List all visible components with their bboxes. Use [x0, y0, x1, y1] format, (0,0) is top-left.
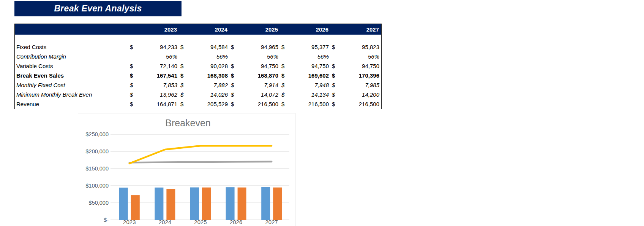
value-cell[interactable]: $164,871 — [129, 101, 179, 107]
header-year-2027[interactable]: 2027 — [331, 24, 381, 35]
header-year-2024[interactable]: 2024 — [179, 24, 230, 35]
value-cell[interactable]: $94,584 — [179, 44, 230, 50]
row-label[interactable]: Variable Costs — [15, 63, 129, 69]
cell-value: 95,823 — [362, 44, 379, 50]
currency-symbol: $ — [130, 44, 133, 50]
page-title: Break Even Analysis — [54, 3, 142, 14]
value-cell[interactable]: $90,028 — [179, 63, 230, 69]
value-cell[interactable]: $14,134 — [280, 91, 331, 98]
bar-fixed-costs-2024 — [155, 188, 163, 220]
value-cell[interactable]: $13,962 — [129, 91, 179, 98]
cell-value: 14,072 — [261, 91, 278, 98]
cell-value: 72,140 — [160, 63, 177, 69]
header-year-2026[interactable]: 2026 — [280, 24, 331, 35]
value-cell[interactable]: $7,985 — [331, 82, 381, 88]
row-label[interactable]: Break Even Sales — [15, 72, 129, 79]
row-label[interactable]: Revenue — [15, 101, 129, 107]
value-cell[interactable]: $94,750 — [230, 63, 280, 69]
value-cell[interactable]: $14,072 — [230, 91, 280, 98]
currency-symbol: $ — [332, 72, 335, 79]
value-cell[interactable]: $7,882 — [179, 82, 230, 88]
title-banner[interactable]: Break Even Analysis — [14, 1, 182, 16]
cell-value: 94,750 — [362, 63, 379, 69]
currency-symbol: $ — [130, 101, 133, 107]
header-empty-cell[interactable] — [15, 24, 129, 35]
line-break-even-sales — [129, 162, 271, 163]
cell-value: 216,500 — [308, 101, 329, 107]
value-cell[interactable]: $72,140 — [129, 63, 179, 69]
row-label[interactable]: Monthly Fixed Cost — [15, 82, 129, 88]
row-label[interactable]: Fixed Costs — [15, 44, 129, 50]
value-cell[interactable]: $94,233 — [129, 44, 179, 50]
value-cell[interactable]: $216,500 — [280, 101, 331, 107]
bar-fixed-costs-2026 — [226, 187, 235, 220]
table-row: Contribution Margin56%56%56%56%56% — [15, 52, 381, 61]
x-tick-label: 2023 — [123, 219, 136, 225]
currency-symbol: $ — [332, 82, 335, 88]
currency-symbol: $ — [180, 72, 183, 79]
cell-value: 216,500 — [258, 101, 278, 107]
cell-value: 94,750 — [311, 63, 329, 69]
currency-symbol: $ — [180, 82, 183, 88]
value-cell[interactable]: $94,750 — [331, 63, 381, 69]
value-cell[interactable]: $7,914 — [230, 82, 280, 88]
table-spacer-row[interactable] — [15, 35, 381, 42]
currency-symbol: $ — [231, 72, 234, 79]
value-cell[interactable]: $167,541 — [129, 72, 179, 79]
currency-symbol: $ — [281, 101, 284, 107]
value-cell[interactable]: $205,529 — [179, 101, 230, 107]
row-label[interactable]: Minimum Monthly Break Even — [15, 91, 129, 98]
table-row: Monthly Fixed Cost$7,853$7,882$7,914$7,9… — [15, 80, 381, 90]
x-tick-label: 2027 — [265, 219, 278, 225]
value-cell[interactable]: $216,500 — [331, 101, 381, 107]
value-cell[interactable]: 56% — [280, 53, 331, 60]
x-tick-label: 2026 — [230, 219, 242, 225]
value-cell[interactable]: $7,948 — [280, 82, 331, 88]
cell-value: 56% — [166, 53, 177, 60]
value-cell[interactable]: 56% — [230, 53, 280, 60]
value-cell[interactable]: 56% — [331, 53, 381, 60]
value-cell[interactable]: $170,396 — [331, 72, 381, 79]
value-cell[interactable]: $168,308 — [179, 72, 230, 79]
bar-variable-costs-2023 — [131, 195, 140, 220]
value-cell[interactable]: $168,870 — [230, 72, 280, 79]
value-cell[interactable]: $14,026 — [179, 91, 230, 98]
cell-value: 13,962 — [160, 91, 177, 98]
cell-value: 56% — [216, 53, 228, 60]
cell-value: 205,529 — [207, 101, 228, 107]
value-cell[interactable]: $7,853 — [129, 82, 179, 88]
row-label[interactable]: Contribution Margin — [15, 53, 129, 60]
value-cell[interactable]: 56% — [179, 53, 230, 60]
cell-value: 14,026 — [210, 91, 228, 98]
value-cell[interactable]: $94,750 — [280, 63, 331, 69]
y-tick-label: $- — [104, 217, 109, 223]
currency-symbol: $ — [130, 82, 133, 88]
y-tick-label: $200,000 — [86, 148, 109, 154]
currency-symbol: $ — [180, 101, 183, 107]
x-tick-label: 2024 — [159, 219, 171, 225]
breakeven-chart-canvas: $250,000$200,000$150,000$100,000$50,000$… — [78, 113, 296, 226]
cell-value: 94,750 — [261, 63, 278, 69]
value-cell[interactable]: $95,823 — [331, 44, 381, 50]
cell-value: 94,584 — [210, 44, 228, 50]
cell-value: 168,870 — [258, 72, 278, 79]
bar-variable-costs-2027 — [273, 188, 282, 220]
table-row: Revenue$164,871$205,529$216,500$216,500$… — [15, 99, 381, 109]
currency-symbol: $ — [332, 101, 335, 107]
value-cell[interactable]: $95,377 — [280, 44, 331, 50]
bar-variable-costs-2025 — [202, 188, 211, 220]
cell-value: 170,396 — [359, 72, 379, 79]
header-year-2023[interactable]: 2023 — [129, 24, 179, 35]
currency-symbol: $ — [281, 44, 284, 50]
break-even-table: 20232024202520262027 Fixed Costs$94,233$… — [14, 24, 382, 109]
table-row: Fixed Costs$94,233$94,584$94,965$95,377$… — [15, 42, 381, 52]
header-year-2025[interactable]: 2025 — [230, 24, 280, 35]
value-cell[interactable]: $94,965 — [230, 44, 280, 50]
value-cell[interactable]: $14,200 — [331, 91, 381, 98]
value-cell[interactable]: 56% — [129, 53, 179, 60]
breakeven-chart[interactable]: $250,000$200,000$150,000$100,000$50,000$… — [78, 113, 295, 226]
value-cell[interactable]: $169,602 — [280, 72, 331, 79]
cell-value: 14,134 — [311, 91, 329, 98]
cell-value: 56% — [317, 53, 329, 60]
value-cell[interactable]: $216,500 — [230, 101, 280, 107]
